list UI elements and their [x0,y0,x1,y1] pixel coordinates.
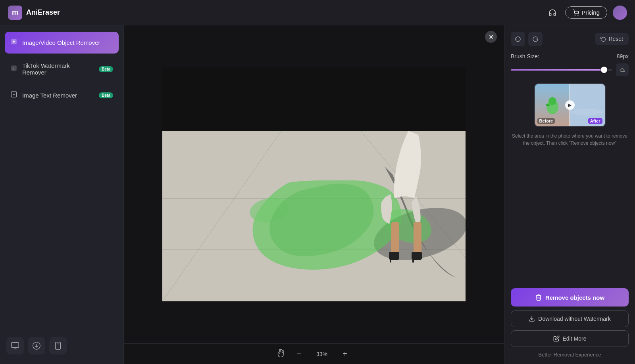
canvas-image-wrapper[interactable] [124,25,504,343]
android-download-button[interactable] [28,337,45,354]
canvas-topbar: ✕ [485,31,497,43]
beta-badge: Beta [99,66,113,72]
reset-button[interactable]: Reset [595,33,629,45]
svg-point-30 [548,97,556,105]
logo-icon: m [8,6,22,20]
canvas-area: ✕ [124,25,504,364]
svg-point-1 [578,15,578,15]
tiktok-icon: ♪ [10,65,17,74]
zoom-in-button[interactable]: + [339,349,350,360]
zoom-out-button[interactable]: − [293,349,304,360]
panel-spacer [511,155,629,288]
svg-rect-22 [391,222,399,254]
hand-cursor-icon [277,349,285,359]
hint-text: Select the area in the photo where you w… [511,132,629,147]
play-icon [10,38,17,47]
sidebar-bottom [5,334,119,358]
sidebar-item-label: TikTok Watermark Remover [22,62,94,76]
windows-download-button[interactable] [6,337,24,354]
header-right: Pricing [545,6,627,20]
sidebar-item-label: Image Text Remover [22,92,94,99]
panel-toolbar: Reset [511,32,629,46]
brush-size-value: 89px [617,53,629,59]
main-layout: Image/Video Object Remover ♪ TikTok Wate… [0,25,635,364]
sidebar-item-label: Image/Video Object Remover [22,39,113,46]
svg-rect-11 [56,342,61,349]
avatar-button[interactable] [613,6,627,20]
undo-button[interactable] [511,32,525,46]
edit-more-button[interactable]: Edit More [511,330,629,347]
preview-before-label: Before [537,118,555,124]
sidebar-item-image-text-remover[interactable]: Image Text Remover Beta [5,84,119,106]
brush-size-section: Brush Size: 89px [511,53,629,76]
ios-download-button[interactable] [49,337,67,354]
canvas-image[interactable] [162,67,466,301]
zoom-value: 33% [312,351,331,357]
edit-more-label: Edit More [563,335,587,342]
svg-rect-8 [12,343,19,348]
download-label: Download without Watermark [538,316,610,322]
app-logo: m AniEraser [8,6,60,20]
app-name: AniEraser [26,8,60,17]
reset-label: Reset [608,36,623,42]
remove-objects-label: Remove objects now [545,294,604,301]
text-remover-icon [10,91,17,100]
better-removal-link[interactable]: Better Removal Experience [511,352,629,358]
sidebar-item-image-video-object-remover[interactable]: Image/Video Object Remover [5,32,119,54]
pricing-label: Pricing [581,9,600,16]
svg-rect-27 [412,258,414,262]
canvas-bottombar: − 33% + [124,343,504,364]
svg-text:♪: ♪ [12,67,14,70]
close-button[interactable]: ✕ [485,31,497,43]
remove-objects-button[interactable]: Remove objects now [511,288,629,307]
preview-after-label: After [588,118,602,124]
brush-size-label: Brush Size: [511,53,539,59]
sidebar: Image/Video Object Remover ♪ TikTok Wate… [0,25,124,364]
before-after-preview[interactable]: ▶ Before After [534,83,606,127]
eraser-button[interactable] [616,63,629,76]
brush-slider-track [511,69,612,71]
brush-size-header: Brush Size: 89px [511,53,629,59]
svg-rect-26 [390,258,391,262]
support-button[interactable] [545,6,560,20]
svg-point-0 [575,15,575,15]
redo-button[interactable] [528,32,543,46]
pricing-button[interactable]: Pricing [565,6,607,19]
brush-slider-thumb [601,67,607,73]
preview-arrow: ▶ [565,100,575,110]
sidebar-item-tiktok-watermark-remover[interactable]: ♪ TikTok Watermark Remover Beta [5,56,119,82]
svg-rect-23 [414,222,421,254]
right-panel: Reset Brush Size: 89px [504,25,635,364]
download-button[interactable]: Download without Watermark [511,310,629,327]
preview-section: ▶ Before After [511,83,629,127]
header: m AniEraser Pricing [0,0,635,25]
svg-rect-13 [162,67,466,131]
beta-badge: Beta [99,92,113,98]
brush-slider-fill [511,69,604,71]
